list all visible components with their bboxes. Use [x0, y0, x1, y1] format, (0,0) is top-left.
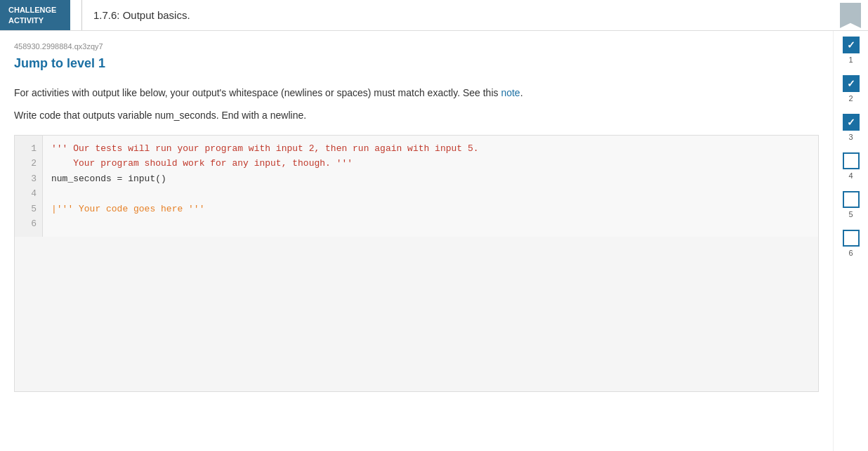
- level-item-6[interactable]: ✓ 6: [843, 230, 860, 257]
- level-1-checkbox[interactable]: ✓: [843, 37, 860, 53]
- instruction-text-2: Write code that outputs variable num_sec…: [14, 107, 819, 123]
- level-3-number: 3: [848, 133, 853, 141]
- code-line-3: num_seconds = input(): [51, 174, 166, 184]
- level-6-checkbox[interactable]: ✓: [843, 230, 860, 247]
- level-6-number: 6: [848, 249, 853, 257]
- header: CHALLENGE ACTIVITY 1.7.6: Output basics.: [0, 0, 868, 31]
- level-1-checkmark: ✓: [847, 40, 855, 50]
- line-num-3: 3: [20, 171, 37, 186]
- code-line-2: Your program should work for any input, …: [51, 158, 353, 169]
- note-link[interactable]: note: [501, 87, 520, 98]
- instruction-text-1: For activities with output like below, y…: [14, 85, 819, 100]
- header-title: 1.7.6: Output basics.: [93, 9, 190, 21]
- code-content[interactable]: ''' Our tests will run your program with…: [43, 136, 818, 237]
- level-2-number: 2: [848, 94, 853, 103]
- level-2-checkmark: ✓: [847, 79, 855, 89]
- badge-line1: CHALLENGE: [8, 5, 56, 15]
- code-line-1: ''' Our tests will run your program with…: [51, 143, 479, 154]
- line-num-2: 2: [20, 156, 37, 171]
- code-line-5: |''' Your code goes here ''': [51, 202, 204, 216]
- level-3-checkbox[interactable]: ✓: [843, 114, 860, 131]
- level-1-number: 1: [848, 55, 853, 64]
- challenge-badge: CHALLENGE ACTIVITY: [0, 0, 70, 30]
- jump-to-level[interactable]: Jump to level 1: [14, 56, 819, 71]
- level-item-1[interactable]: ✓ 1: [843, 37, 860, 64]
- level-4-checkbox[interactable]: ✓: [843, 152, 860, 169]
- instruction-text-1-part1: For activities with output like below, y…: [14, 87, 501, 98]
- code-line-6: [51, 218, 57, 229]
- line-numbers: 1 2 3 4 5 6: [15, 136, 43, 237]
- level-3-checkmark: ✓: [847, 117, 855, 127]
- instruction-text-1-part2: .: [520, 87, 523, 98]
- line-num-6: 6: [20, 216, 37, 231]
- badge-line2: ACTIVITY: [8, 15, 56, 25]
- line-num-1: 1: [20, 141, 37, 156]
- level-item-4[interactable]: ✓ 4: [843, 152, 860, 180]
- right-sidebar: ✓ 1 ✓ 2 ✓ 3 ✓ 4 ✓ 5: [833, 31, 868, 451]
- code-editor-inner: 1 2 3 4 5 6 ''' Our tests will run your …: [15, 136, 818, 237]
- content-area: 458930.2998884.qx3zqy7 Jump to level 1 F…: [0, 31, 833, 451]
- level-5-checkbox[interactable]: ✓: [843, 191, 860, 208]
- code-line-4: [51, 188, 57, 199]
- line-num-5: 5: [20, 202, 37, 216]
- bookmark-icon[interactable]: [833, 0, 868, 31]
- level-item-3[interactable]: ✓ 3: [843, 114, 860, 141]
- level-5-number: 5: [848, 210, 853, 218]
- header-divider: [81, 0, 82, 30]
- line-num-4: 4: [20, 186, 37, 201]
- level-item-5[interactable]: ✓ 5: [843, 191, 860, 218]
- code-editor-empty: [15, 237, 818, 391]
- activity-id: 458930.2998884.qx3zqy7: [14, 42, 819, 51]
- level-4-number: 4: [848, 171, 853, 180]
- main-container: 458930.2998884.qx3zqy7 Jump to level 1 F…: [0, 31, 868, 451]
- bookmark-shape: [840, 3, 861, 28]
- code-editor[interactable]: 1 2 3 4 5 6 ''' Our tests will run your …: [14, 135, 819, 393]
- level-item-2[interactable]: ✓ 2: [843, 75, 860, 103]
- level-2-checkbox[interactable]: ✓: [843, 75, 860, 92]
